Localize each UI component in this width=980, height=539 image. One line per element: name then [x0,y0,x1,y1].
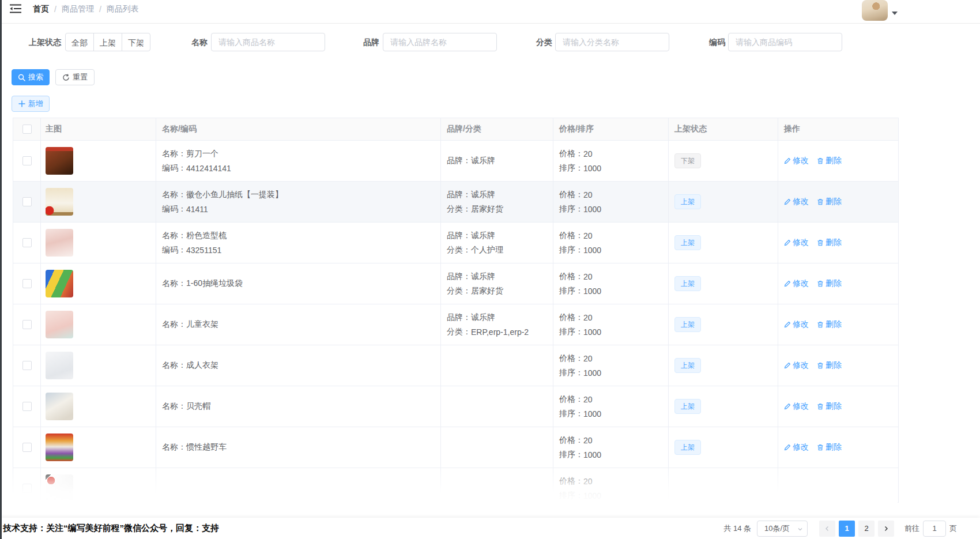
status-option-on-shelf[interactable]: 上架 [93,33,122,51]
edit-link[interactable]: 修改 [784,197,809,207]
sort-label: 排序： [559,286,583,296]
product-name: 儿童衣架 [186,319,218,330]
category-filter-input[interactable] [555,33,669,51]
delete-link[interactable]: 删除 [817,156,842,166]
reset-button-label: 重置 [73,72,88,82]
row-checkbox[interactable] [22,320,32,329]
price-label: 价格： [559,190,583,200]
status-option-all[interactable]: 全部 [65,33,94,51]
delete-link[interactable]: 删除 [817,238,842,248]
product-image [46,311,73,338]
edit-link[interactable]: 修改 [784,442,809,453]
delete-link[interactable]: 删除 [817,319,842,330]
product-name: 徽仓小鱼儿抽纸【一提装】 [186,190,283,200]
edit-link[interactable]: 修改 [784,278,809,289]
footer-bar: 技术支持：关注“编写美好前程”微信公众号，回复：支持 共 14 条 10条/页 … [0,518,980,539]
name-label: 名称： [162,149,186,159]
row-checkbox[interactable] [22,279,32,288]
brand-filter-input[interactable] [383,33,497,51]
breadcrumb-home[interactable]: 首页 [33,4,49,14]
status-tag: 上架 [674,276,701,291]
product-name: 1-60抽绳垃圾袋 [186,278,243,289]
product-name: 成人衣架 [186,360,218,371]
brand-filter-label: 品牌 [363,33,379,51]
sidebar-toggle-icon[interactable] [9,3,22,14]
name-label: 名称： [162,278,186,289]
page-button-1[interactable]: 1 [839,521,855,537]
search-button-label: 搜索 [28,72,43,82]
select-all-checkbox[interactable] [22,125,32,134]
row-checkbox[interactable] [22,238,32,247]
delete-link-label: 删除 [826,197,842,207]
next-page-button[interactable] [878,521,894,537]
delete-link[interactable]: 删除 [817,197,842,207]
breadcrumb-product-management[interactable]: 商品管理 [62,4,94,14]
delete-link[interactable]: 删除 [817,442,842,453]
table-row: 名称：剪刀一个 编码：4412414141 品牌：诚乐牌 价格：20 排序：10… [13,141,898,182]
product-name: 惯性越野车 [186,442,227,453]
sort-label: 排序： [559,204,583,214]
table-row: 名称：贝壳帽 价格：20 排序：1000 上架 修改 删除 [13,386,898,427]
edit-link[interactable]: 修改 [784,319,809,330]
page-size-select[interactable]: 10条/页 [757,521,808,537]
edit-link[interactable]: 修改 [784,360,809,371]
name-filter-input[interactable] [211,33,325,51]
avatar[interactable] [862,0,888,21]
add-button[interactable]: 新增 [12,96,50,112]
page-button-2[interactable]: 2 [858,521,875,537]
brand-label: 品牌： [447,190,471,200]
delete-link-label: 删除 [826,156,842,166]
column-header-status: 上架状态 [669,118,778,140]
product-sort: 1000 [583,368,601,378]
delete-link[interactable]: 删除 [817,360,842,371]
edit-icon [784,321,791,328]
delete-icon [817,321,824,328]
product-sort: 1000 [583,246,601,255]
sort-label: 排序： [559,450,583,460]
search-button[interactable]: 搜索 [12,69,50,85]
product-brand: 诚乐牌 [471,272,495,282]
reset-button[interactable]: 重置 [55,69,95,85]
status-tag: 上架 [674,399,701,414]
table-row: 名称：粉色造型梳 编码：43251151 品牌：诚乐牌 分类：个人护理 价格：2… [13,223,898,263]
chevron-down-icon[interactable] [892,12,898,15]
product-name: 贝壳帽 [186,401,210,412]
price-label: 价格： [559,353,583,364]
breadcrumb-separator: / [54,5,56,14]
prev-page-button[interactable] [819,521,835,537]
edit-link-label: 修改 [793,278,809,289]
brand-label: 品牌： [447,231,471,241]
status-option-off-shelf[interactable]: 下架 [122,33,150,51]
product-brand: 诚乐牌 [471,156,495,166]
delete-icon [817,403,824,410]
sort-label: 排序： [559,409,583,419]
goto-page-input[interactable] [923,521,946,537]
row-checkbox[interactable] [22,197,32,206]
row-checkbox[interactable] [22,443,32,452]
delete-link[interactable]: 删除 [817,278,842,289]
product-category: ERP,erp-1,erp-2 [471,327,529,337]
delete-icon [817,157,824,164]
row-checkbox[interactable] [22,402,32,411]
status-tag: 下架 [674,153,701,168]
product-price: 20 [583,272,593,281]
row-checkbox[interactable] [22,156,32,165]
product-sort: 1000 [583,327,601,337]
name-label: 名称： [162,231,186,241]
edit-link[interactable]: 修改 [784,401,809,412]
code-label: 编码： [162,163,186,174]
product-price: 20 [583,313,593,322]
delete-icon [817,362,824,369]
table-row: 名称：徽仓小鱼儿抽纸【一提装】 编码：41411 品牌：诚乐牌 分类：居家好货 … [13,182,898,223]
edit-link[interactable]: 修改 [784,238,809,248]
status-tag: 上架 [674,317,701,332]
row-checkbox[interactable] [22,361,32,370]
product-price: 20 [583,354,593,363]
delete-link[interactable]: 删除 [817,401,842,412]
code-filter-input[interactable] [728,33,842,51]
breadcrumb-separator: / [99,5,101,14]
topbar: 首页 / 商品管理 / 商品列表 [2,0,980,24]
table-row: 名称：1-60抽绳垃圾袋 品牌：诚乐牌 分类：居家好货 价格：20 排序：100… [13,263,898,304]
edit-link[interactable]: 修改 [784,156,809,166]
collapsed-sidebar[interactable] [0,0,2,539]
